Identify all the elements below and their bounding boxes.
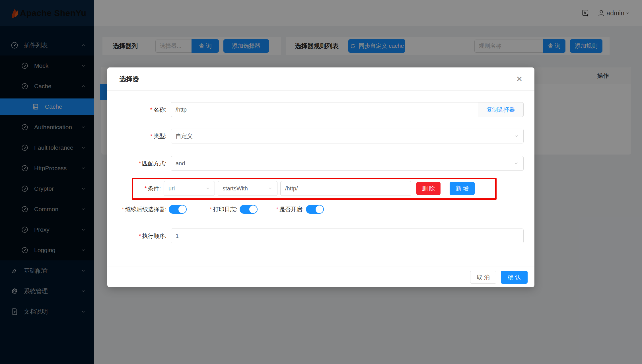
required-asterisk: * — [139, 160, 141, 166]
log-label: *打印日志: — [210, 205, 237, 213]
enabled-label: *是否开启: — [276, 205, 304, 213]
confirm-button[interactable]: 确 认 — [501, 271, 528, 284]
log-switch-group: *打印日志: — [210, 205, 258, 214]
continue-label: *继续后续选择器: — [122, 205, 166, 213]
sort-label: *执行顺序: — [107, 232, 166, 240]
required-asterisk: * — [150, 106, 153, 113]
chevron-down-icon — [205, 186, 210, 191]
condition-field-row: *条件: uri startsWith 删 除 新 增 — [107, 181, 475, 196]
sort-field-row: *执行顺序: — [107, 229, 524, 243]
cancel-button[interactable]: 取 消 — [470, 271, 496, 284]
required-asterisk: * — [210, 206, 212, 212]
name-field-row: *名称: 复制选择器 — [107, 102, 524, 117]
condition-label: *条件: — [107, 185, 161, 192]
condition-operator-select[interactable]: startsWith — [218, 181, 277, 196]
match-label: *匹配方式: — [107, 160, 166, 167]
copy-selector-link[interactable]: 复制选择器 — [487, 106, 515, 114]
continue-switch[interactable] — [169, 205, 187, 214]
required-asterisk: * — [276, 206, 278, 212]
sort-input[interactable] — [171, 229, 524, 243]
add-condition-button[interactable]: 新 增 — [450, 182, 475, 195]
delete-condition-button[interactable]: 删 除 — [416, 182, 441, 195]
chevron-down-icon — [514, 161, 519, 166]
match-field-row: *匹配方式: and — [107, 156, 524, 171]
copy-selector-addon: 复制选择器 — [478, 102, 524, 117]
enabled-switch[interactable] — [306, 205, 324, 214]
log-switch[interactable] — [240, 205, 258, 214]
type-select[interactable]: 自定义 — [171, 129, 524, 143]
name-input[interactable] — [171, 102, 478, 117]
name-label: *名称: — [107, 106, 166, 114]
required-asterisk: * — [139, 233, 141, 239]
required-asterisk: * — [150, 133, 153, 139]
modal-footer: 取 消 确 认 — [107, 266, 534, 287]
type-label: *类型: — [107, 132, 166, 140]
chevron-down-icon — [268, 186, 273, 191]
modal-title: 选择器 — [120, 75, 139, 83]
close-icon[interactable]: ✕ — [514, 74, 525, 85]
enabled-switch-group: *是否开启: — [276, 205, 324, 214]
required-asterisk: * — [122, 206, 124, 212]
continue-switch-group: *继续后续选择器: — [122, 205, 187, 214]
modal-header: 选择器 ✕ — [107, 67, 534, 91]
type-field-row: *类型: 自定义 — [107, 129, 524, 143]
chevron-down-icon — [514, 133, 519, 139]
selector-modal: 选择器 ✕ *名称: 复制选择器 *类型: 自定义 *匹配方式: — [107, 67, 534, 287]
match-select[interactable]: and — [171, 156, 524, 171]
condition-param-select[interactable]: uri — [164, 181, 215, 196]
required-asterisk: * — [145, 185, 147, 192]
condition-value-input[interactable] — [280, 181, 411, 196]
app-stage: Apache ShenYu 插件列表 Mock — [0, 0, 642, 364]
